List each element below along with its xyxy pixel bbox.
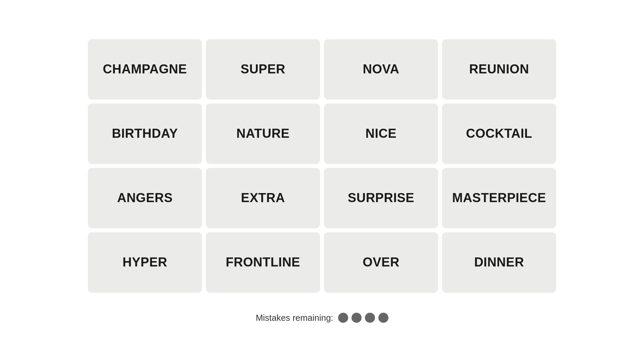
word-card-cocktail[interactable]: COCKTAIL xyxy=(442,104,556,164)
word-card-super[interactable]: SUPER xyxy=(206,39,320,100)
word-label-nice: NICE xyxy=(366,126,397,141)
mistake-dot-4 xyxy=(378,313,388,323)
word-label-hyper: HYPER xyxy=(122,255,167,269)
word-label-cocktail: COCKTAIL xyxy=(466,126,532,141)
word-grid: CHAMPAGNESUPERNOVAREUNIONBIRTHDAYNATUREN… xyxy=(88,39,556,293)
mistake-dot-1 xyxy=(338,313,348,323)
word-card-angers[interactable]: ANGERS xyxy=(88,168,202,228)
mistakes-row: Mistakes remaining: xyxy=(256,313,388,323)
word-label-dinner: DINNER xyxy=(474,255,524,269)
word-label-extra: EXTRA xyxy=(241,191,285,205)
word-card-nova[interactable]: NOVA xyxy=(324,39,438,100)
mistake-dot-3 xyxy=(365,313,375,323)
word-label-angers: ANGERS xyxy=(117,191,173,205)
word-label-champagne: CHAMPAGNE xyxy=(103,62,187,76)
word-label-masterpiece: MASTERPIECE xyxy=(452,191,546,205)
word-card-over[interactable]: OVER xyxy=(324,232,438,293)
word-card-extra[interactable]: EXTRA xyxy=(206,168,320,228)
word-label-reunion: REUNION xyxy=(469,62,529,76)
word-card-hyper[interactable]: HYPER xyxy=(88,232,202,293)
word-label-birthday: BIRTHDAY xyxy=(112,126,178,141)
word-card-nice[interactable]: NICE xyxy=(324,104,438,164)
word-card-champagne[interactable]: CHAMPAGNE xyxy=(88,39,202,100)
mistakes-dots xyxy=(338,313,388,323)
word-label-surprise: SURPRISE xyxy=(348,191,414,205)
word-label-nova: NOVA xyxy=(363,62,399,76)
mistakes-label: Mistakes remaining: xyxy=(256,313,333,323)
word-label-frontline: FRONTLINE xyxy=(226,255,300,269)
word-card-surprise[interactable]: SURPRISE xyxy=(324,168,438,228)
word-card-reunion[interactable]: REUNION xyxy=(442,39,556,100)
word-card-frontline[interactable]: FRONTLINE xyxy=(206,232,320,293)
word-card-nature[interactable]: NATURE xyxy=(206,104,320,164)
word-label-over: OVER xyxy=(363,255,399,269)
word-card-masterpiece[interactable]: MASTERPIECE xyxy=(442,168,556,228)
word-label-super: SUPER xyxy=(240,62,285,76)
word-label-nature: NATURE xyxy=(236,126,290,141)
word-card-birthday[interactable]: BIRTHDAY xyxy=(88,104,202,164)
word-card-dinner[interactable]: DINNER xyxy=(442,232,556,293)
mistake-dot-2 xyxy=(352,313,362,323)
